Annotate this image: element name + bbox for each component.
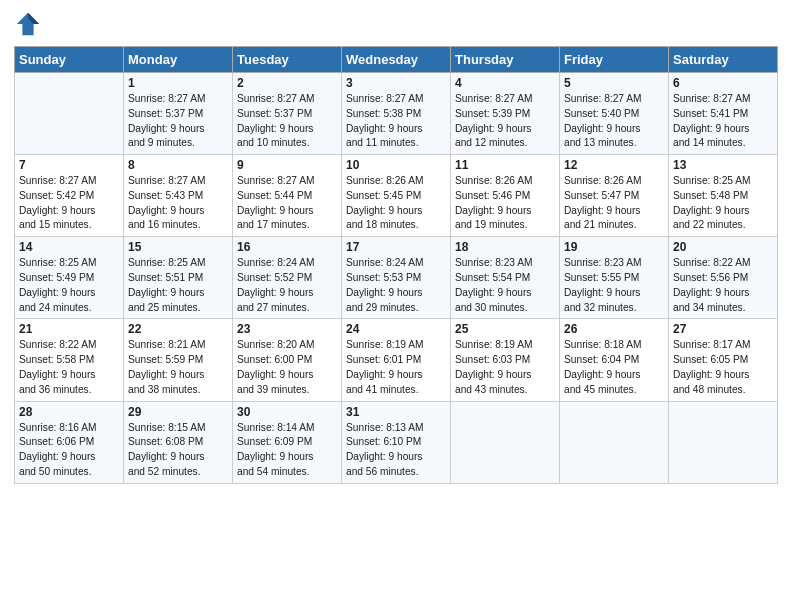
header-thursday: Thursday	[451, 47, 560, 73]
day-number: 2	[237, 76, 337, 90]
calendar-cell: 9Sunrise: 8:27 AMSunset: 5:44 PMDaylight…	[233, 155, 342, 237]
logo-icon	[14, 10, 42, 38]
calendar-cell: 19Sunrise: 8:23 AMSunset: 5:55 PMDayligh…	[560, 237, 669, 319]
day-number: 7	[19, 158, 119, 172]
day-number: 27	[673, 322, 773, 336]
day-number: 1	[128, 76, 228, 90]
calendar-table: SundayMondayTuesdayWednesdayThursdayFrid…	[14, 46, 778, 484]
day-number: 20	[673, 240, 773, 254]
page-container: SundayMondayTuesdayWednesdayThursdayFrid…	[0, 0, 792, 494]
week-row-4: 21Sunrise: 8:22 AMSunset: 5:58 PMDayligh…	[15, 319, 778, 401]
day-info: Sunrise: 8:27 AMSunset: 5:43 PMDaylight:…	[128, 174, 228, 233]
day-info: Sunrise: 8:25 AMSunset: 5:48 PMDaylight:…	[673, 174, 773, 233]
day-info: Sunrise: 8:27 AMSunset: 5:37 PMDaylight:…	[237, 92, 337, 151]
day-number: 16	[237, 240, 337, 254]
day-number: 9	[237, 158, 337, 172]
day-info: Sunrise: 8:21 AMSunset: 5:59 PMDaylight:…	[128, 338, 228, 397]
calendar-cell: 12Sunrise: 8:26 AMSunset: 5:47 PMDayligh…	[560, 155, 669, 237]
day-number: 17	[346, 240, 446, 254]
day-info: Sunrise: 8:25 AMSunset: 5:49 PMDaylight:…	[19, 256, 119, 315]
calendar-cell: 11Sunrise: 8:26 AMSunset: 5:46 PMDayligh…	[451, 155, 560, 237]
day-number: 13	[673, 158, 773, 172]
calendar-cell: 28Sunrise: 8:16 AMSunset: 6:06 PMDayligh…	[15, 401, 124, 483]
calendar-cell: 20Sunrise: 8:22 AMSunset: 5:56 PMDayligh…	[669, 237, 778, 319]
week-row-5: 28Sunrise: 8:16 AMSunset: 6:06 PMDayligh…	[15, 401, 778, 483]
day-number: 18	[455, 240, 555, 254]
day-info: Sunrise: 8:14 AMSunset: 6:09 PMDaylight:…	[237, 421, 337, 480]
calendar-cell: 3Sunrise: 8:27 AMSunset: 5:38 PMDaylight…	[342, 73, 451, 155]
calendar-cell: 13Sunrise: 8:25 AMSunset: 5:48 PMDayligh…	[669, 155, 778, 237]
day-number: 29	[128, 405, 228, 419]
calendar-cell: 14Sunrise: 8:25 AMSunset: 5:49 PMDayligh…	[15, 237, 124, 319]
day-info: Sunrise: 8:27 AMSunset: 5:37 PMDaylight:…	[128, 92, 228, 151]
calendar-cell	[451, 401, 560, 483]
header-sunday: Sunday	[15, 47, 124, 73]
day-info: Sunrise: 8:24 AMSunset: 5:53 PMDaylight:…	[346, 256, 446, 315]
header-saturday: Saturday	[669, 47, 778, 73]
day-info: Sunrise: 8:22 AMSunset: 5:58 PMDaylight:…	[19, 338, 119, 397]
day-info: Sunrise: 8:15 AMSunset: 6:08 PMDaylight:…	[128, 421, 228, 480]
calendar-cell	[560, 401, 669, 483]
calendar-cell: 26Sunrise: 8:18 AMSunset: 6:04 PMDayligh…	[560, 319, 669, 401]
calendar-cell: 21Sunrise: 8:22 AMSunset: 5:58 PMDayligh…	[15, 319, 124, 401]
day-number: 10	[346, 158, 446, 172]
day-info: Sunrise: 8:27 AMSunset: 5:38 PMDaylight:…	[346, 92, 446, 151]
calendar-header-row: SundayMondayTuesdayWednesdayThursdayFrid…	[15, 47, 778, 73]
calendar-cell: 16Sunrise: 8:24 AMSunset: 5:52 PMDayligh…	[233, 237, 342, 319]
day-info: Sunrise: 8:19 AMSunset: 6:01 PMDaylight:…	[346, 338, 446, 397]
day-number: 19	[564, 240, 664, 254]
day-number: 24	[346, 322, 446, 336]
day-info: Sunrise: 8:16 AMSunset: 6:06 PMDaylight:…	[19, 421, 119, 480]
calendar-cell: 4Sunrise: 8:27 AMSunset: 5:39 PMDaylight…	[451, 73, 560, 155]
calendar-cell: 8Sunrise: 8:27 AMSunset: 5:43 PMDaylight…	[124, 155, 233, 237]
calendar-cell: 30Sunrise: 8:14 AMSunset: 6:09 PMDayligh…	[233, 401, 342, 483]
day-number: 3	[346, 76, 446, 90]
calendar-cell: 25Sunrise: 8:19 AMSunset: 6:03 PMDayligh…	[451, 319, 560, 401]
day-info: Sunrise: 8:27 AMSunset: 5:42 PMDaylight:…	[19, 174, 119, 233]
day-info: Sunrise: 8:24 AMSunset: 5:52 PMDaylight:…	[237, 256, 337, 315]
day-number: 14	[19, 240, 119, 254]
day-info: Sunrise: 8:26 AMSunset: 5:47 PMDaylight:…	[564, 174, 664, 233]
calendar-cell: 6Sunrise: 8:27 AMSunset: 5:41 PMDaylight…	[669, 73, 778, 155]
calendar-cell: 24Sunrise: 8:19 AMSunset: 6:01 PMDayligh…	[342, 319, 451, 401]
week-row-1: 1Sunrise: 8:27 AMSunset: 5:37 PMDaylight…	[15, 73, 778, 155]
header-monday: Monday	[124, 47, 233, 73]
day-number: 22	[128, 322, 228, 336]
day-number: 12	[564, 158, 664, 172]
day-number: 21	[19, 322, 119, 336]
header-tuesday: Tuesday	[233, 47, 342, 73]
day-info: Sunrise: 8:27 AMSunset: 5:40 PMDaylight:…	[564, 92, 664, 151]
calendar-cell: 15Sunrise: 8:25 AMSunset: 5:51 PMDayligh…	[124, 237, 233, 319]
day-info: Sunrise: 8:27 AMSunset: 5:39 PMDaylight:…	[455, 92, 555, 151]
day-number: 4	[455, 76, 555, 90]
calendar-cell	[669, 401, 778, 483]
calendar-cell: 7Sunrise: 8:27 AMSunset: 5:42 PMDaylight…	[15, 155, 124, 237]
day-number: 28	[19, 405, 119, 419]
calendar-cell: 22Sunrise: 8:21 AMSunset: 5:59 PMDayligh…	[124, 319, 233, 401]
calendar-cell: 1Sunrise: 8:27 AMSunset: 5:37 PMDaylight…	[124, 73, 233, 155]
day-info: Sunrise: 8:20 AMSunset: 6:00 PMDaylight:…	[237, 338, 337, 397]
day-info: Sunrise: 8:17 AMSunset: 6:05 PMDaylight:…	[673, 338, 773, 397]
header-friday: Friday	[560, 47, 669, 73]
day-info: Sunrise: 8:13 AMSunset: 6:10 PMDaylight:…	[346, 421, 446, 480]
day-number: 31	[346, 405, 446, 419]
day-info: Sunrise: 8:27 AMSunset: 5:41 PMDaylight:…	[673, 92, 773, 151]
day-number: 5	[564, 76, 664, 90]
day-number: 6	[673, 76, 773, 90]
day-info: Sunrise: 8:26 AMSunset: 5:46 PMDaylight:…	[455, 174, 555, 233]
day-number: 30	[237, 405, 337, 419]
day-info: Sunrise: 8:23 AMSunset: 5:54 PMDaylight:…	[455, 256, 555, 315]
day-number: 23	[237, 322, 337, 336]
calendar-cell: 10Sunrise: 8:26 AMSunset: 5:45 PMDayligh…	[342, 155, 451, 237]
calendar-cell	[15, 73, 124, 155]
week-row-3: 14Sunrise: 8:25 AMSunset: 5:49 PMDayligh…	[15, 237, 778, 319]
calendar-cell: 17Sunrise: 8:24 AMSunset: 5:53 PMDayligh…	[342, 237, 451, 319]
calendar-cell: 18Sunrise: 8:23 AMSunset: 5:54 PMDayligh…	[451, 237, 560, 319]
calendar-cell: 23Sunrise: 8:20 AMSunset: 6:00 PMDayligh…	[233, 319, 342, 401]
day-info: Sunrise: 8:23 AMSunset: 5:55 PMDaylight:…	[564, 256, 664, 315]
day-info: Sunrise: 8:18 AMSunset: 6:04 PMDaylight:…	[564, 338, 664, 397]
day-info: Sunrise: 8:22 AMSunset: 5:56 PMDaylight:…	[673, 256, 773, 315]
logo	[14, 10, 44, 38]
day-number: 26	[564, 322, 664, 336]
week-row-2: 7Sunrise: 8:27 AMSunset: 5:42 PMDaylight…	[15, 155, 778, 237]
